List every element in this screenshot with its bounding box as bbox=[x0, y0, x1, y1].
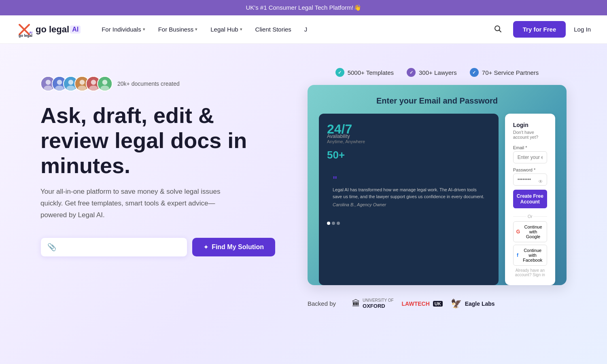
svg-point-23 bbox=[89, 85, 98, 91]
svg-point-26 bbox=[100, 85, 109, 91]
quote-text: Legal AI has transformed how we manage l… bbox=[333, 186, 485, 200]
nav-links: For Individuals ▾ For Business ▾ Legal H… bbox=[97, 23, 312, 36]
svg-point-17 bbox=[66, 85, 75, 91]
navbar: go legal AI go legalAI For Individuals ▾… bbox=[0, 15, 607, 44]
top-banner: UK's #1 Consumer Legal Tech Platform!👋 bbox=[0, 0, 607, 15]
search-row: 📎 ✦ Find My Solution bbox=[40, 237, 275, 257]
backed-label: Backed by bbox=[308, 300, 336, 307]
chevron-down-icon: ▾ bbox=[240, 27, 242, 32]
search-input[interactable] bbox=[60, 243, 180, 250]
eagle-icon: 🦅 bbox=[451, 298, 462, 309]
create-account-button[interactable]: Create Free Account bbox=[513, 190, 547, 208]
backed-row: Backed by 🏛 UNIVERSITY OF OXFORD LAWTECH… bbox=[308, 293, 567, 314]
attachment-icon: 📎 bbox=[47, 243, 56, 252]
chevron-down-icon: ▾ bbox=[143, 27, 145, 32]
quote-author: Carolina B., Agency Owner bbox=[333, 202, 485, 207]
password-row: 👁 bbox=[513, 174, 547, 190]
signin-link[interactable]: Already have an account? Sign in bbox=[513, 268, 547, 277]
logo-icon: go legal AI bbox=[16, 21, 32, 38]
check-icon: ✓ bbox=[335, 68, 344, 77]
sparkle-icon: ✦ bbox=[204, 244, 208, 250]
or-divider: Or bbox=[513, 214, 547, 219]
email-input[interactable] bbox=[513, 151, 547, 163]
stat-50: 50+ bbox=[327, 149, 490, 161]
hero-title: Ask, draft, edit & review legal docs in … bbox=[40, 103, 275, 178]
mini-stats-card: 24/7 Availability Anytime, Anywhere 50+ … bbox=[319, 114, 499, 285]
avatars-group bbox=[40, 76, 112, 91]
banner-text: UK's #1 Consumer Legal Tech Platform!👋 bbox=[246, 4, 361, 11]
nav-left: go legal AI go legalAI For Individuals ▾… bbox=[16, 21, 312, 38]
logo[interactable]: go legal AI go legalAI bbox=[16, 21, 81, 38]
preview-card-title: Enter your Email and Password bbox=[319, 96, 555, 106]
testimonial-block: " Legal AI has transformed how we manage… bbox=[327, 169, 490, 213]
try-free-button[interactable]: Try for Free bbox=[513, 21, 566, 38]
check-icon: ✓ bbox=[407, 68, 416, 77]
facebook-icon: f bbox=[516, 252, 519, 258]
facebook-signin-button[interactable]: f Continue with Facebook bbox=[513, 245, 547, 266]
password-toggle[interactable]: 👁 bbox=[538, 179, 543, 184]
check-icon: ✓ bbox=[470, 68, 479, 77]
svg-point-22 bbox=[91, 80, 96, 85]
documents-count: 20k+ documents created bbox=[117, 80, 180, 87]
avatar bbox=[97, 76, 112, 91]
main-content: 20k+ documents created Ask, draft, edit … bbox=[0, 44, 607, 364]
stats-row: ✓ 5000+ Templates ✓ 300+ Lawyers ✓ 70+ S… bbox=[308, 68, 567, 77]
google-signin-button[interactable]: G Continue with Google bbox=[513, 221, 547, 242]
svg-point-13 bbox=[57, 80, 62, 85]
eagle-labs-logo: 🦅 Eagle Labs bbox=[451, 298, 495, 309]
nav-item-client-stories[interactable]: Client Stories bbox=[250, 23, 296, 36]
find-solution-button[interactable]: ✦ Find My Solution bbox=[192, 238, 275, 256]
nav-item-business[interactable]: For Business ▾ bbox=[153, 23, 203, 36]
dot-1[interactable] bbox=[327, 222, 330, 225]
backed-logos: 🏛 UNIVERSITY OF OXFORD LAWTECH UK 🦅 Eagl… bbox=[352, 298, 495, 309]
nav-right: Try for Free Log In bbox=[490, 21, 591, 38]
lawtech-uk-badge: UK bbox=[433, 301, 443, 307]
email-label: Email * bbox=[513, 145, 547, 150]
password-label: Password * bbox=[513, 167, 547, 172]
svg-point-11 bbox=[44, 85, 52, 91]
search-input-wrap[interactable]: 📎 bbox=[40, 237, 187, 257]
right-section: ✓ 5000+ Templates ✓ 300+ Lawyers ✓ 70+ S… bbox=[308, 68, 567, 314]
hero-subtitle: Your all-in-one platform to save money &… bbox=[40, 186, 235, 221]
search-icon bbox=[494, 25, 502, 33]
search-button[interactable] bbox=[490, 21, 505, 37]
svg-point-25 bbox=[102, 80, 108, 85]
svg-point-19 bbox=[80, 80, 85, 85]
dot-3[interactable] bbox=[337, 222, 340, 225]
login-card-subtitle: Don't have account yet? bbox=[513, 130, 547, 140]
eagle-labs-text: Eagle Labs bbox=[465, 301, 495, 307]
svg-line-8 bbox=[499, 30, 501, 32]
avatars-row: 20k+ documents created bbox=[40, 76, 275, 91]
oxford-logo: 🏛 UNIVERSITY OF OXFORD bbox=[352, 298, 394, 309]
left-section: 20k+ documents created Ask, draft, edit … bbox=[40, 68, 275, 257]
stat-partners: ✓ 70+ Service Partners bbox=[470, 68, 539, 77]
oxford-crest-icon: 🏛 bbox=[352, 299, 360, 308]
preview-inner: 24/7 Availability Anytime, Anywhere 50+ … bbox=[319, 114, 555, 285]
dot-2[interactable] bbox=[332, 222, 335, 225]
stat-24-7: 24/7 Availability Anytime, Anywhere bbox=[327, 122, 490, 144]
login-card-title: Login bbox=[513, 122, 547, 128]
nav-item-legal-hub[interactable]: Legal Hub ▾ bbox=[206, 23, 247, 36]
nav-item-individuals[interactable]: For Individuals ▾ bbox=[97, 23, 150, 36]
svg-point-14 bbox=[55, 85, 64, 91]
preview-card: Enter your Email and Password 24/7 Avail… bbox=[308, 85, 567, 285]
svg-point-16 bbox=[68, 80, 74, 85]
google-icon: G bbox=[516, 229, 520, 235]
stat-templates: ✓ 5000+ Templates bbox=[335, 68, 394, 77]
carousel-dots bbox=[327, 222, 490, 225]
logo-text: go legalAI bbox=[36, 24, 81, 35]
svg-point-20 bbox=[78, 85, 86, 91]
nav-item-j[interactable]: J bbox=[299, 23, 312, 36]
lawtech-text: LAWTECH bbox=[402, 301, 430, 307]
login-card: Login Don't have account yet? Email * Pa… bbox=[505, 114, 555, 285]
stat-lawyers: ✓ 300+ Lawyers bbox=[407, 68, 457, 77]
svg-text:AI: AI bbox=[29, 31, 32, 34]
oxford-text: UNIVERSITY OF OXFORD bbox=[363, 298, 394, 309]
lawtech-logo: LAWTECH UK bbox=[402, 301, 443, 307]
login-button[interactable]: Log In bbox=[574, 26, 591, 33]
svg-point-10 bbox=[46, 80, 51, 85]
quote-marks: " bbox=[333, 175, 485, 185]
chevron-down-icon: ▾ bbox=[195, 27, 197, 32]
